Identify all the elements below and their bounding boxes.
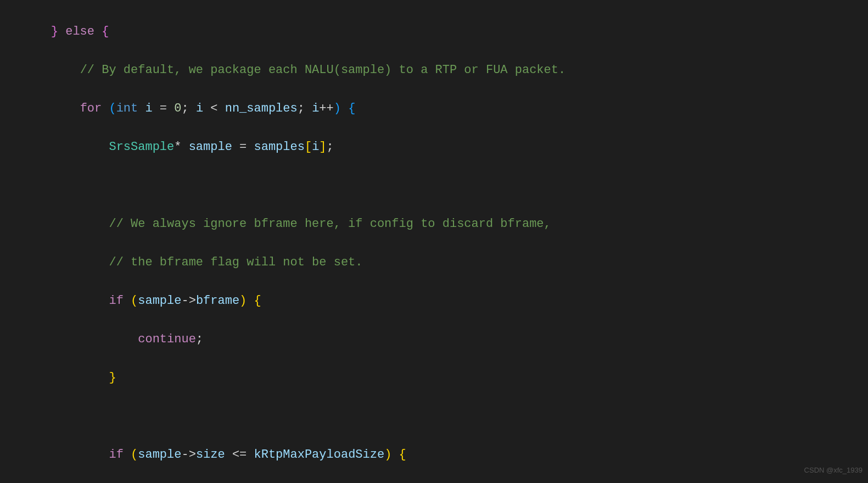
paren: ) bbox=[239, 294, 247, 308]
paren: ( bbox=[131, 294, 138, 308]
punct: ; bbox=[298, 102, 305, 115]
paren: ) bbox=[384, 448, 391, 462]
brace-open: { bbox=[348, 102, 355, 115]
punct: ; bbox=[196, 332, 203, 346]
code-line: } else { bbox=[22, 22, 868, 41]
operator: ++ bbox=[319, 102, 333, 115]
code-line: // We always ignore bframe here, if conf… bbox=[22, 214, 868, 234]
code-area[interactable]: } else { // By default, we package each … bbox=[22, 3, 868, 483]
comment: // By default, we package each NALU(samp… bbox=[80, 63, 566, 77]
keyword-if: if bbox=[109, 448, 123, 462]
operator: <= bbox=[232, 448, 247, 462]
identifier: samples bbox=[254, 140, 305, 154]
code-line: // the bframe flag will not be set. bbox=[22, 253, 868, 272]
brace-open: { bbox=[254, 294, 261, 308]
operator: < bbox=[210, 102, 217, 115]
keyword-for: for bbox=[80, 102, 102, 115]
identifier: i bbox=[196, 102, 203, 115]
operator: -> bbox=[181, 448, 195, 462]
classname: SrsSample bbox=[109, 140, 174, 154]
operator: = bbox=[160, 102, 167, 115]
identifier: i bbox=[312, 102, 319, 115]
identifier: bframe bbox=[196, 294, 239, 308]
identifier: size bbox=[196, 448, 225, 462]
code-line bbox=[22, 407, 868, 426]
brace-open: { bbox=[399, 448, 406, 462]
identifier: i bbox=[312, 140, 319, 154]
code-line: SrsSample* sample = samples[i]; bbox=[22, 137, 868, 157]
code-line bbox=[22, 176, 868, 195]
code-line: // By default, we package each NALU(samp… bbox=[22, 60, 868, 80]
code-line: for (int i = 0; i < nn_samples; i++) { bbox=[22, 99, 868, 118]
identifier: sample bbox=[189, 140, 232, 154]
code-line: if (sample->size <= kRtpMaxPayloadSize) … bbox=[22, 445, 868, 464]
brace-open: { bbox=[102, 25, 109, 38]
identifier: kRtpMaxPayloadSize bbox=[254, 448, 385, 462]
identifier: sample bbox=[138, 294, 181, 308]
paren: ) bbox=[334, 102, 341, 115]
keyword-if: if bbox=[109, 294, 123, 308]
code-editor[interactable]: } else { // By default, we package each … bbox=[0, 0, 868, 483]
bracket: ] bbox=[319, 140, 326, 154]
keyword-continue: continue bbox=[138, 332, 196, 346]
comment: // the bframe flag will not be set. bbox=[109, 256, 362, 269]
brace-close: } bbox=[51, 25, 58, 38]
operator: -> bbox=[181, 294, 195, 308]
identifier: sample bbox=[138, 448, 181, 462]
paren: ( bbox=[131, 448, 138, 462]
type-int: int bbox=[116, 102, 138, 115]
number: 0 bbox=[174, 102, 181, 115]
identifier: nn_samples bbox=[225, 102, 298, 115]
keyword-else: else bbox=[65, 25, 94, 38]
editor-gutter bbox=[0, 0, 22, 483]
code-line: continue; bbox=[22, 330, 868, 349]
code-line: } bbox=[22, 368, 868, 387]
code-line: if (sample->bframe) { bbox=[22, 291, 868, 310]
brace-close: } bbox=[109, 371, 116, 385]
identifier: i bbox=[145, 102, 152, 115]
paren: ( bbox=[109, 102, 116, 115]
comment: // We always ignore bframe here, if conf… bbox=[109, 217, 551, 231]
punct: ; bbox=[327, 140, 334, 154]
operator: = bbox=[239, 140, 247, 154]
bracket: [ bbox=[305, 140, 312, 154]
punct: ; bbox=[181, 102, 188, 115]
operator: * bbox=[174, 140, 181, 154]
